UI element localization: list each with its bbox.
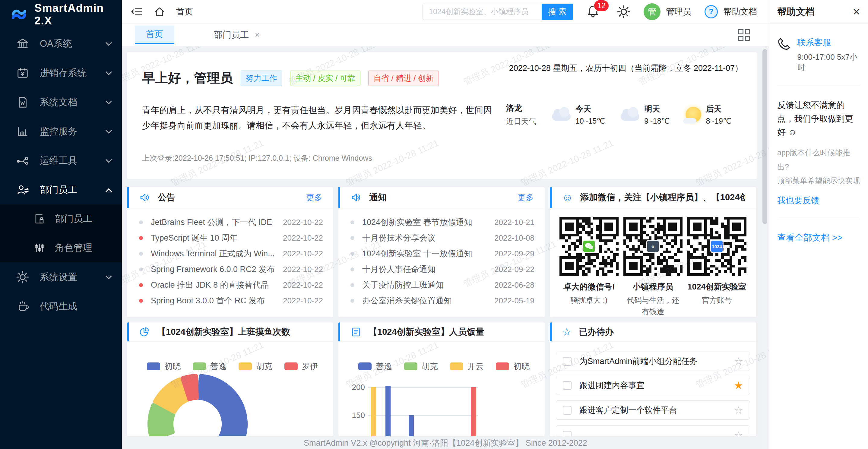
sidebar-item-monitor[interactable]: 监控服务 xyxy=(0,117,122,146)
item-date: 2022-10-22 xyxy=(283,265,323,274)
weather-day-temp: 9~18℃ xyxy=(644,117,670,125)
bar-善逸[interactable] xyxy=(409,415,414,436)
sidebar-item-employees[interactable]: 部门员工 xyxy=(0,175,122,204)
list-item[interactable]: 1024创新实验室 春节放假通知2022-10-21 xyxy=(338,215,545,230)
sidebar-subitem-roles[interactable]: 角色管理 xyxy=(0,233,122,262)
list-item[interactable]: 十月份技术分享会议2022-10-08 xyxy=(338,230,545,246)
bar-开云[interactable] xyxy=(371,387,376,436)
todo-checkbox[interactable] xyxy=(563,431,571,437)
avatar: 管 xyxy=(644,3,660,20)
main-scrollbar-thumb[interactable] xyxy=(763,49,767,224)
list-item[interactable]: 十月份人事任命通知2022-09-22 xyxy=(338,261,545,277)
global-search: 搜 索 xyxy=(423,4,573,20)
qr-caption: 1024创新实验室 xyxy=(687,281,746,292)
status-dot xyxy=(350,283,354,287)
bar-善逸[interactable] xyxy=(385,386,391,436)
sidebar-item-erp[interactable]: 进销存系统 xyxy=(0,58,122,88)
speaker-icon xyxy=(350,192,362,203)
qr-subcaption: 官方账号 xyxy=(688,295,746,306)
home-icon[interactable] xyxy=(154,6,165,18)
qr-column: 1024 1024创新实验室 官方账号 xyxy=(687,217,747,317)
menu-fold-icon[interactable] xyxy=(131,6,143,18)
todo-item[interactable]: 跟进团建内容事宜 ★ xyxy=(556,376,750,395)
list-item[interactable]: 1024创新实验室 十一放假通知2022-09-29 xyxy=(338,246,545,261)
todo-item[interactable]: ☆ xyxy=(556,425,750,436)
page-tabs: 首页 部门员工 × xyxy=(122,24,769,47)
list-item[interactable]: TypeScript 诞生 10 周年2022-10-22 xyxy=(127,230,333,246)
list-item[interactable]: Spring Boot 3.0.0 首个 RC 发布2022-10-22 xyxy=(127,293,333,309)
todo-star-icon[interactable]: ☆ xyxy=(734,355,743,367)
weather-day-temp: 8~19℃ xyxy=(706,117,732,125)
qr-code: 1024 xyxy=(687,217,746,276)
item-text: 1024创新实验室 春节放假通知 xyxy=(362,217,494,228)
smile-icon: ☺ xyxy=(562,192,573,203)
list-chart-icon xyxy=(350,327,361,338)
item-date: 2022-10-22 xyxy=(283,281,323,290)
copyright-text: SmartAdmin V2.x @copyright 河南·洛阳【1024创新实… xyxy=(304,438,587,448)
search-input[interactable] xyxy=(423,4,542,20)
feedback-item: app版本什么时候能推出? xyxy=(777,146,860,174)
chevron-down-icon xyxy=(105,39,112,46)
card-title: 已办待办 xyxy=(579,326,745,338)
greeting-title: 早上好，管理员 xyxy=(142,69,233,87)
tab-home[interactable]: 首页 xyxy=(135,26,174,44)
breadcrumb[interactable]: 首页 xyxy=(176,6,193,18)
list-item[interactable]: 办公室消杀关键位置通知2022-05-19 xyxy=(338,293,545,309)
user-menu[interactable]: 管 管理员 xyxy=(644,3,691,20)
item-date: 2022-06-28 xyxy=(494,281,534,290)
status-dot xyxy=(139,252,143,256)
item-date: 2022-10-22 xyxy=(283,296,323,306)
divider xyxy=(777,219,860,219)
tab-employees[interactable]: 部门员工 × xyxy=(203,26,271,44)
notification-badge: 12 xyxy=(593,0,609,12)
qr-caption: 小镇程序员 xyxy=(633,281,674,292)
help-docs-button[interactable]: ? 帮助文档 xyxy=(705,5,757,19)
weather-day-name: 今天 xyxy=(576,104,605,114)
bar-初晓[interactable] xyxy=(471,387,476,436)
tab-close-icon[interactable]: × xyxy=(255,30,260,40)
todo-star-icon[interactable]: ☆ xyxy=(734,404,743,416)
qr-caption: 卓大的微信号! xyxy=(563,281,615,292)
all-docs-link[interactable]: 查看全部文档 >> xyxy=(777,232,860,244)
tab-layout-grid-icon[interactable] xyxy=(738,29,750,41)
chevron-down-icon xyxy=(105,127,112,134)
search-button[interactable]: 搜 索 xyxy=(542,4,573,20)
list-item[interactable]: 关于疫情防控上班通知2022-06-28 xyxy=(338,277,545,293)
give-feedback-link[interactable]: 我也要反馈 xyxy=(777,195,860,206)
list-item[interactable]: Spring Framework 6.0.0 RC2 发布2022-10-22 xyxy=(127,261,333,277)
contact-support-link[interactable]: 联系客服 xyxy=(797,37,860,48)
todo-item[interactable]: 跟进客户定制一个软件平台 ☆ xyxy=(556,400,750,420)
todo-star-icon[interactable]: ☆ xyxy=(734,429,743,436)
todo-item[interactable]: 为SmartAdmin前端小组分配任务 ☆ xyxy=(556,352,750,371)
todo-checkbox[interactable] xyxy=(563,406,571,415)
weather-tomorrow: 明天 9~18℃ xyxy=(621,104,670,125)
todo-star-icon[interactable]: ★ xyxy=(734,379,743,391)
list-item[interactable]: Windows Terminal 正式成为 Win...2022-10-22 xyxy=(127,246,333,261)
list-item[interactable]: Oracle 推出 JDK 8 的直接替代品2022-10-22 xyxy=(127,277,333,293)
sidebar-item-oa[interactable]: OA系统 xyxy=(0,29,122,58)
sidebar-item-docs[interactable]: 系统文档 xyxy=(0,88,122,117)
tab-label: 部门员工 xyxy=(214,29,249,41)
sliders-icon xyxy=(34,242,45,254)
more-link[interactable]: 更多 xyxy=(306,192,322,203)
sidebar-item-settings[interactable]: 系统设置 xyxy=(0,262,122,292)
donut-segment-初晓[interactable] xyxy=(199,376,246,436)
settings-gear-icon[interactable] xyxy=(617,5,630,19)
todo-checkbox[interactable] xyxy=(563,381,571,390)
tag-self-improve: 自省 / 精进 / 创新 xyxy=(368,70,438,86)
todo-text: 跟进客户定制一个软件平台 xyxy=(579,405,734,416)
item-date: 2022-09-29 xyxy=(494,249,534,258)
app-logo[interactable]: SmartAdmin 2.X xyxy=(0,0,122,29)
close-icon[interactable]: × xyxy=(852,5,860,18)
slacking-pie-card: 【1024创新实验室】上班摸鱼次数 初晓 善逸 胡克 罗伊 xyxy=(127,322,334,437)
user-name: 管理员 xyxy=(666,6,691,18)
sidebar-item-codegen[interactable]: 代码生成 xyxy=(0,292,122,321)
sidebar-item-ops[interactable]: 运维工具 xyxy=(0,146,122,175)
sidebar-item-label: 运维工具 xyxy=(40,154,96,167)
topbar: 首页 搜 索 12 管 管理员 ? 帮助文档 xyxy=(122,0,769,24)
sidebar-subitem-employees[interactable]: 部门员工 xyxy=(0,204,122,233)
todo-checkbox[interactable] xyxy=(563,357,571,366)
notifications-bell[interactable]: 12 xyxy=(586,4,604,19)
list-item[interactable]: JetBrains Fleet 公测，下一代 IDE2022-10-22 xyxy=(127,215,333,230)
more-link[interactable]: 更多 xyxy=(518,192,534,203)
